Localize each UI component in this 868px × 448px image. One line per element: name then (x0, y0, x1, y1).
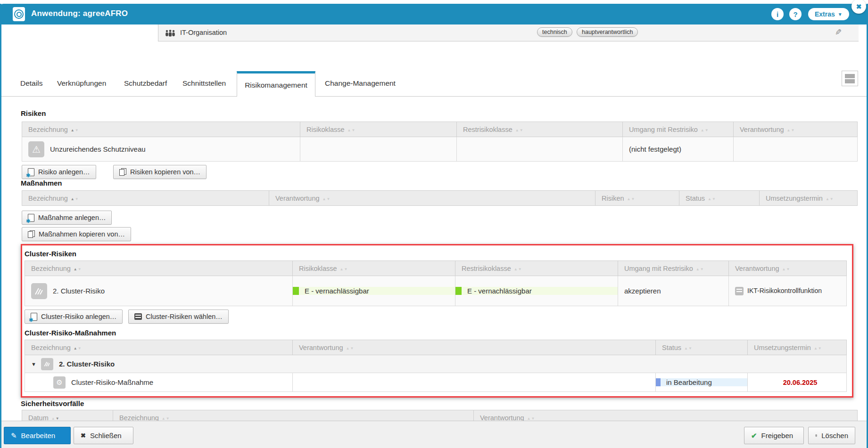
tab-details[interactable]: Details (20, 79, 42, 88)
application-target-icon (13, 7, 25, 21)
cluster-risk-icon (41, 358, 53, 370)
col-header-bezeichnung[interactable]: Bezeichnung▲▼ (25, 340, 293, 355)
col-header-verantwortung[interactable]: Verantwortung▲▼ (734, 122, 858, 137)
table-row[interactable]: ⚙Cluster-Risiko-Maßnahme in Bearbeitung … (25, 373, 847, 392)
sort-asc-icon: ▲ (71, 128, 75, 132)
col-header-verantwortung[interactable]: Verantwortung▲▼ (269, 191, 595, 206)
section-heading-risiken: Risiken (21, 109, 46, 117)
info-icon[interactable]: i (771, 8, 784, 20)
col-header-restrisikoklasse[interactable]: Restrisikoklasse▲▼ (457, 122, 623, 137)
trash-icon (815, 432, 817, 439)
col-header-verantwortung[interactable]: Verantwortung▲▼ (729, 261, 847, 276)
copy-icon (119, 168, 126, 176)
tab-change-management[interactable]: Change-Management (325, 79, 396, 88)
sort-asc-icon: ▲ (74, 346, 78, 350)
tab-bar-divider (1, 96, 867, 97)
section-heading-massnahmen: Maßnahmen (21, 179, 62, 187)
cluster-risiken-waehlen-button[interactable]: Cluster-Risiken wählen… (128, 310, 229, 324)
sort-asc-icon: ▲ (74, 267, 78, 271)
collapse-triangle-icon[interactable]: ▼ (31, 361, 36, 367)
window-border-left (0, 4, 1, 448)
copy-icon (28, 230, 35, 238)
col-header-umgang[interactable]: Umgang mit Restrisiko▲▼ (618, 261, 729, 276)
extras-label: Extras (815, 10, 835, 18)
section-heading-cluster-risiken: Cluster-Risiken (25, 250, 76, 258)
new-document-icon (28, 168, 34, 176)
massnahmen-table: Bezeichnung▲▼ Verantwortung▲▼ Risiken▲▼ … (22, 190, 858, 206)
checkmark-icon: ✔ (751, 432, 757, 440)
section-heading-cluster-massnahmen: Cluster-Risiko-Maßnahmen (25, 329, 116, 337)
col-header-risikoklasse[interactable]: Risikoklasse▲▼ (293, 261, 455, 276)
cluster-risiken-table: Bezeichnung▲▼ Risikoklasse▲▼ Restrisikok… (25, 261, 847, 306)
tab-schutzbedarf[interactable]: Schutzbedarf (124, 79, 167, 88)
freigeben-button[interactable]: ✔ Freigeben (744, 427, 804, 444)
tab-schnittstellen[interactable]: Schnittstellen (182, 79, 226, 88)
risiken-kopieren-button[interactable]: Risiken kopieren von… (113, 165, 207, 179)
col-header-restrisikoklasse[interactable]: Restrisikoklasse▲▼ (455, 261, 618, 276)
risikoklasse-value: E - vernachlässigbar (293, 287, 455, 295)
new-document-icon (31, 313, 37, 321)
col-header-risiken[interactable]: Risiken▲▼ (595, 191, 679, 206)
col-header-risikoklasse[interactable]: Risikoklasse▲▼ (300, 122, 457, 137)
col-header-umgang[interactable]: Umgang mit Restrisiko▲▼ (623, 122, 734, 137)
sort-desc-icon: ▼ (56, 416, 60, 421)
list-view-toggle-icon[interactable] (842, 71, 858, 86)
badge-hauptverantwortlich: hauptverantwortlich (577, 27, 638, 37)
chevron-down-icon: ▼ (838, 12, 843, 17)
badge-technisch: technisch (537, 27, 572, 37)
col-header-umsetzungstermin[interactable]: Umsetzungstermin▲▼ (760, 191, 858, 206)
new-document-icon (28, 214, 34, 222)
status-badge: in Bearbeitung (656, 378, 747, 386)
org-field-label: IT-Organisation (180, 29, 227, 36)
risk-icon: ⚠ (28, 141, 44, 157)
cluster-risk-icon (31, 283, 47, 299)
help-icon[interactable]: ? (789, 8, 802, 20)
title-bar: Anwendung: agreeAFRO i ? Extras ▼ (0, 4, 868, 24)
select-list-icon (134, 313, 142, 320)
table-row[interactable]: 2. Cluster-Risiko E - vernachlässigbar E… (25, 276, 847, 306)
col-header-verantwortung[interactable]: Verantwortung▲▼ (293, 340, 656, 355)
col-header-status[interactable]: Status▲▼ (679, 191, 760, 206)
restrisikoklasse-value: E - vernachlässigbar (455, 287, 618, 295)
risiko-anlegen-button[interactable]: Risiko anlegen… (22, 165, 96, 179)
cluster-massnahmen-table: Bezeichnung▲▼ Verantwortung▲▼ Status▲▼ U… (25, 340, 847, 392)
cluster-risiko-anlegen-button[interactable]: Cluster-Risiko anlegen… (25, 310, 123, 324)
col-header-bezeichnung[interactable]: Bezeichnung▲▼ (22, 191, 269, 206)
section-heading-sicherheitsvorfaelle: Sicherheitsvorfälle (21, 399, 84, 407)
col-header-umsetzungstermin[interactable]: Umsetzungstermin▲▼ (748, 340, 847, 355)
responsibility-field[interactable]: IT-Organisation technisch hauptverantwor… (158, 24, 859, 41)
bearbeiten-button[interactable]: ✎ Bearbeiten (4, 427, 71, 444)
tab-risikomanagement[interactable]: Risikomanagement (237, 71, 315, 97)
close-x-icon: ✖ (81, 432, 86, 439)
app-window: Anwendung: agreeAFRO i ? Extras ▼ ✖ IT-O… (0, 0, 868, 448)
people-group-icon (165, 30, 175, 37)
massnahmen-kopieren-button[interactable]: Maßnahmen kopieren von… (22, 227, 131, 241)
extras-button[interactable]: Extras ▼ (808, 8, 849, 20)
col-header-bezeichnung[interactable]: Bezeichnung▲▼ (22, 122, 300, 137)
table-row[interactable]: ⚠Unzureichendes Schutzniveau (nicht fest… (22, 137, 858, 162)
massnahme-gear-icon: ⚙ (53, 376, 66, 389)
edit-pencil-icon[interactable]: ✎ (835, 27, 842, 37)
col-header-status[interactable]: Status▲▼ (656, 340, 748, 355)
footer-action-bar: ✎ Bearbeiten ✖ Schließen ✔ Freigeben Lös… (0, 421, 868, 448)
due-date: 20.06.2025 (754, 379, 846, 386)
col-header-bezeichnung[interactable]: Bezeichnung▲▼ (25, 261, 293, 276)
sort-desc-icon: ▼ (75, 128, 79, 132)
pencil-icon: ✎ (11, 432, 17, 440)
org-unit-icon (735, 287, 744, 295)
sort-asc-icon: ▲ (71, 197, 75, 201)
schliessen-button[interactable]: ✖ Schließen (74, 427, 133, 444)
window-title: Anwendung: agreeAFRO (31, 9, 128, 18)
loeschen-button[interactable]: Löschen (808, 427, 855, 444)
tab-verknuepfungen[interactable]: Verknüpfungen (57, 79, 106, 88)
risiken-table: Bezeichnung▲▼ Risikoklasse▲▼ Restrisikok… (22, 122, 858, 162)
group-row[interactable]: ▼ 2. Cluster-Risiko (25, 355, 847, 373)
massnahme-anlegen-button[interactable]: Maßnahme anlegen… (22, 211, 112, 225)
